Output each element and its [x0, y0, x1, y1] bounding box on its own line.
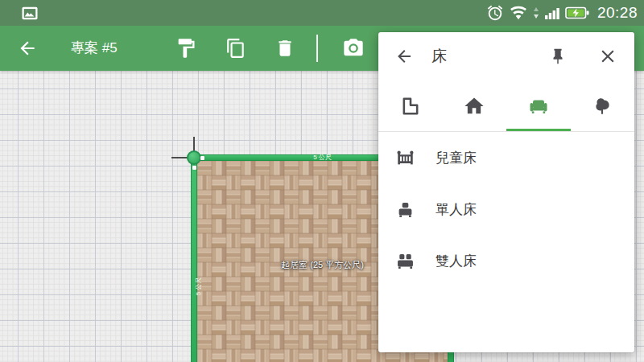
delete-icon [275, 38, 295, 59]
panel-back-button[interactable] [394, 47, 414, 66]
house-icon [463, 95, 485, 117]
signal-strength-icon [544, 5, 560, 21]
camera-icon [342, 36, 365, 60]
double-bed-icon [394, 250, 416, 272]
alarm-icon [486, 4, 504, 22]
back-button[interactable] [16, 37, 39, 60]
single-bed-icon [394, 199, 416, 220]
project-title: 專案 #5 [71, 26, 118, 71]
tab-house[interactable] [443, 80, 507, 131]
wifi-icon [509, 4, 528, 22]
battery-charging-icon [565, 6, 589, 20]
dimension-label-top: 5 公尺 [313, 154, 332, 161]
wall-node-dot[interactable] [192, 166, 196, 170]
list-item-single-bed[interactable]: 單人床 [378, 183, 634, 235]
toolbar-divider [316, 35, 318, 62]
app-screen: 5 公尺 5 公尺 5 公尺 起居室 (25 平方公尺) 專案 #5 [0, 0, 644, 362]
search-query-field[interactable]: 床 [431, 46, 447, 67]
delete-button[interactable] [274, 37, 296, 60]
back-icon [394, 47, 414, 66]
library-panel: 床 [378, 32, 634, 352]
wall-node-dot[interactable] [200, 156, 204, 160]
furniture-icon [527, 95, 550, 117]
camera-button[interactable] [342, 37, 365, 60]
list-item-label: 兒童床 [436, 149, 477, 167]
tree-icon [592, 96, 613, 117]
duplicate-button[interactable] [225, 37, 247, 60]
crib-icon [394, 147, 416, 169]
paint-roller-icon [175, 37, 197, 60]
tab-shapes[interactable] [378, 80, 443, 131]
close-icon [597, 46, 618, 67]
wall-left[interactable] [191, 154, 197, 362]
corner-handle-top-left[interactable] [187, 150, 201, 165]
pin-icon [549, 47, 567, 65]
shape-icon [399, 95, 422, 117]
paint-button[interactable] [175, 37, 197, 60]
list-item-crib[interactable]: 兒童床 [378, 132, 634, 183]
list-item-double-bed[interactable]: 雙人床 [378, 235, 634, 286]
dimension-label-left: 5 公尺 [196, 278, 202, 296]
list-item-label: 雙人床 [436, 252, 477, 270]
list-item-label: 單人床 [436, 200, 477, 219]
network-activity-arrows-icon [533, 5, 539, 21]
pin-panel-button[interactable] [549, 47, 567, 65]
room-name-label: 起居室 (25 平方公尺) [281, 259, 364, 271]
status-bar: 20:28 [0, 0, 644, 26]
duplicate-icon [225, 38, 246, 59]
search-results-list: 兒童床 單人床 雙人床 [378, 132, 634, 286]
tab-furniture[interactable] [506, 80, 571, 131]
close-panel-button[interactable] [597, 46, 618, 67]
screenshot-icon [21, 6, 39, 21]
back-icon [17, 38, 38, 59]
tab-garden[interactable] [571, 80, 635, 131]
category-tabs [378, 80, 634, 132]
clock-time: 20:28 [597, 4, 638, 22]
panel-header: 床 [378, 32, 634, 80]
